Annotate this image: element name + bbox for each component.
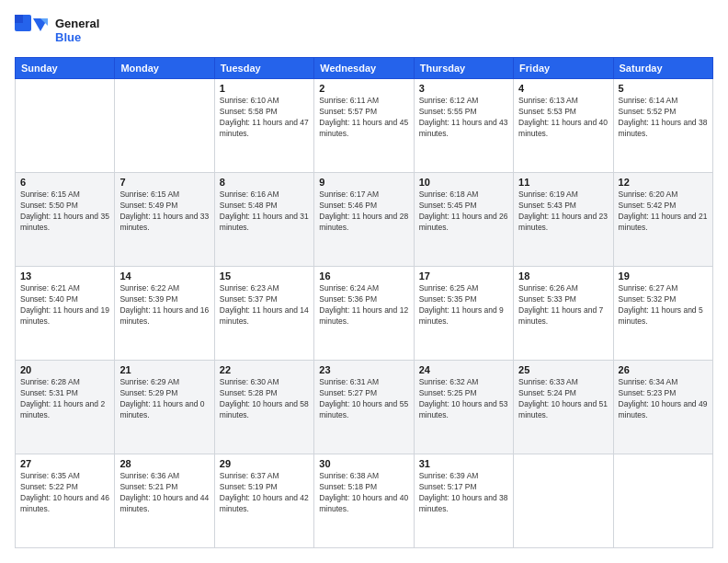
calendar-row-1: 6Sunrise: 6:15 AMSunset: 5:50 PMDaylight…	[16, 173, 713, 267]
day-info: Sunrise: 6:38 AMSunset: 5:18 PMDaylight:…	[319, 471, 408, 515]
day-info: Sunrise: 6:18 AMSunset: 5:45 PMDaylight:…	[419, 190, 508, 234]
day-number: 31	[419, 458, 508, 469]
day-number: 9	[319, 177, 408, 188]
calendar-cell: 30Sunrise: 6:38 AMSunset: 5:18 PMDayligh…	[314, 454, 414, 548]
day-number: 27	[20, 458, 109, 469]
weekday-header-row: SundayMondayTuesdayWednesdayThursdayFrid…	[16, 58, 713, 79]
logo-blue-text: Blue	[55, 31, 99, 45]
calendar-cell: 7Sunrise: 6:15 AMSunset: 5:49 PMDaylight…	[115, 173, 214, 267]
generalblue-logo-icon	[15, 15, 48, 48]
day-number: 8	[220, 177, 309, 188]
calendar-cell: 2Sunrise: 6:11 AMSunset: 5:57 PMDaylight…	[314, 79, 414, 173]
calendar-cell: 28Sunrise: 6:36 AMSunset: 5:21 PMDayligh…	[115, 454, 214, 548]
day-info: Sunrise: 6:30 AMSunset: 5:28 PMDaylight:…	[220, 377, 309, 421]
day-info: Sunrise: 6:19 AMSunset: 5:43 PMDaylight:…	[518, 190, 608, 234]
calendar-cell: 21Sunrise: 6:29 AMSunset: 5:29 PMDayligh…	[115, 361, 214, 454]
svg-rect-1	[15, 15, 23, 23]
logo-general-text: General	[55, 17, 99, 31]
calendar-row-2: 13Sunrise: 6:21 AMSunset: 5:40 PMDayligh…	[16, 267, 713, 361]
calendar-cell: 31Sunrise: 6:39 AMSunset: 5:17 PMDayligh…	[414, 454, 513, 548]
header: General Blue	[15, 15, 713, 48]
calendar-cell: 24Sunrise: 6:32 AMSunset: 5:25 PMDayligh…	[414, 361, 513, 454]
day-info: Sunrise: 6:33 AMSunset: 5:24 PMDaylight:…	[518, 377, 608, 421]
day-number: 24	[419, 364, 508, 375]
day-number: 26	[619, 364, 708, 375]
day-number: 3	[419, 83, 508, 94]
day-number: 19	[619, 270, 708, 282]
day-info: Sunrise: 6:11 AMSunset: 5:57 PMDaylight:…	[319, 96, 408, 140]
day-number: 10	[419, 177, 508, 188]
day-info: Sunrise: 6:17 AMSunset: 5:46 PMDaylight:…	[319, 190, 408, 234]
day-number: 2	[319, 83, 408, 94]
calendar-cell: 9Sunrise: 6:17 AMSunset: 5:46 PMDaylight…	[314, 173, 414, 267]
calendar-cell: 3Sunrise: 6:12 AMSunset: 5:55 PMDaylight…	[414, 79, 513, 173]
day-info: Sunrise: 6:10 AMSunset: 5:58 PMDaylight:…	[220, 96, 309, 140]
day-number: 20	[20, 364, 109, 375]
weekday-header-wednesday: Wednesday	[314, 58, 414, 79]
weekday-header-monday: Monday	[115, 58, 214, 79]
day-number: 22	[220, 364, 309, 375]
day-info: Sunrise: 6:23 AMSunset: 5:37 PMDaylight:…	[220, 283, 309, 327]
calendar-cell: 4Sunrise: 6:13 AMSunset: 5:53 PMDaylight…	[514, 79, 613, 173]
calendar-cell: 16Sunrise: 6:24 AMSunset: 5:36 PMDayligh…	[314, 267, 414, 361]
day-number: 28	[119, 458, 209, 469]
day-info: Sunrise: 6:22 AMSunset: 5:39 PMDaylight:…	[119, 283, 209, 327]
day-number: 18	[518, 270, 608, 282]
day-number: 30	[319, 458, 408, 469]
day-number: 15	[220, 270, 309, 282]
calendar-cell: 20Sunrise: 6:28 AMSunset: 5:31 PMDayligh…	[16, 361, 115, 454]
day-info: Sunrise: 6:20 AMSunset: 5:42 PMDaylight:…	[619, 190, 708, 234]
day-number: 13	[20, 270, 109, 282]
calendar-cell: 6Sunrise: 6:15 AMSunset: 5:50 PMDaylight…	[16, 173, 115, 267]
calendar-cell: 10Sunrise: 6:18 AMSunset: 5:45 PMDayligh…	[414, 173, 513, 267]
day-number: 1	[220, 83, 309, 94]
day-info: Sunrise: 6:16 AMSunset: 5:48 PMDaylight:…	[220, 190, 309, 234]
calendar-cell	[16, 79, 115, 173]
day-info: Sunrise: 6:26 AMSunset: 5:33 PMDaylight:…	[518, 283, 608, 327]
calendar-cell: 15Sunrise: 6:23 AMSunset: 5:37 PMDayligh…	[214, 267, 313, 361]
calendar-cell	[514, 454, 613, 548]
day-info: Sunrise: 6:35 AMSunset: 5:22 PMDaylight:…	[20, 471, 109, 515]
calendar-cell: 17Sunrise: 6:25 AMSunset: 5:35 PMDayligh…	[414, 267, 513, 361]
day-number: 23	[319, 364, 408, 375]
day-info: Sunrise: 6:24 AMSunset: 5:36 PMDaylight:…	[319, 283, 408, 327]
page: General Blue SundayMondayTuesdayWednesda…	[0, 0, 728, 563]
day-number: 4	[518, 83, 608, 94]
calendar-cell: 22Sunrise: 6:30 AMSunset: 5:28 PMDayligh…	[214, 361, 313, 454]
day-info: Sunrise: 6:39 AMSunset: 5:17 PMDaylight:…	[419, 471, 508, 515]
calendar-table: SundayMondayTuesdayWednesdayThursdayFrid…	[15, 57, 713, 548]
calendar-row-0: 1Sunrise: 6:10 AMSunset: 5:58 PMDaylight…	[16, 79, 713, 173]
calendar-cell: 1Sunrise: 6:10 AMSunset: 5:58 PMDaylight…	[214, 79, 313, 173]
calendar-cell: 5Sunrise: 6:14 AMSunset: 5:52 PMDaylight…	[613, 79, 712, 173]
calendar-cell	[115, 79, 214, 173]
calendar-cell: 12Sunrise: 6:20 AMSunset: 5:42 PMDayligh…	[613, 173, 712, 267]
calendar-cell: 18Sunrise: 6:26 AMSunset: 5:33 PMDayligh…	[514, 267, 613, 361]
calendar-row-3: 20Sunrise: 6:28 AMSunset: 5:31 PMDayligh…	[16, 361, 713, 454]
day-info: Sunrise: 6:15 AMSunset: 5:49 PMDaylight:…	[119, 190, 209, 234]
day-info: Sunrise: 6:15 AMSunset: 5:50 PMDaylight:…	[20, 190, 109, 234]
day-info: Sunrise: 6:21 AMSunset: 5:40 PMDaylight:…	[20, 283, 109, 327]
day-info: Sunrise: 6:29 AMSunset: 5:29 PMDaylight:…	[119, 377, 209, 421]
weekday-header-friday: Friday	[514, 58, 613, 79]
day-info: Sunrise: 6:25 AMSunset: 5:35 PMDaylight:…	[419, 283, 508, 327]
calendar-cell: 27Sunrise: 6:35 AMSunset: 5:22 PMDayligh…	[16, 454, 115, 548]
calendar-cell: 23Sunrise: 6:31 AMSunset: 5:27 PMDayligh…	[314, 361, 414, 454]
day-number: 25	[518, 364, 608, 375]
calendar-cell: 26Sunrise: 6:34 AMSunset: 5:23 PMDayligh…	[613, 361, 712, 454]
day-info: Sunrise: 6:14 AMSunset: 5:52 PMDaylight:…	[619, 96, 708, 140]
day-number: 17	[419, 270, 508, 282]
weekday-header-tuesday: Tuesday	[214, 58, 313, 79]
day-info: Sunrise: 6:36 AMSunset: 5:21 PMDaylight:…	[119, 471, 209, 515]
calendar-cell: 11Sunrise: 6:19 AMSunset: 5:43 PMDayligh…	[514, 173, 613, 267]
day-number: 29	[220, 458, 309, 469]
calendar-cell: 29Sunrise: 6:37 AMSunset: 5:19 PMDayligh…	[214, 454, 313, 548]
day-info: Sunrise: 6:31 AMSunset: 5:27 PMDaylight:…	[319, 377, 408, 421]
calendar-cell: 13Sunrise: 6:21 AMSunset: 5:40 PMDayligh…	[16, 267, 115, 361]
logo: General Blue	[15, 15, 99, 48]
day-info: Sunrise: 6:13 AMSunset: 5:53 PMDaylight:…	[518, 96, 608, 140]
day-info: Sunrise: 6:34 AMSunset: 5:23 PMDaylight:…	[619, 377, 708, 421]
day-number: 5	[619, 83, 708, 94]
day-number: 6	[20, 177, 109, 188]
calendar-cell	[613, 454, 712, 548]
calendar-cell: 19Sunrise: 6:27 AMSunset: 5:32 PMDayligh…	[613, 267, 712, 361]
